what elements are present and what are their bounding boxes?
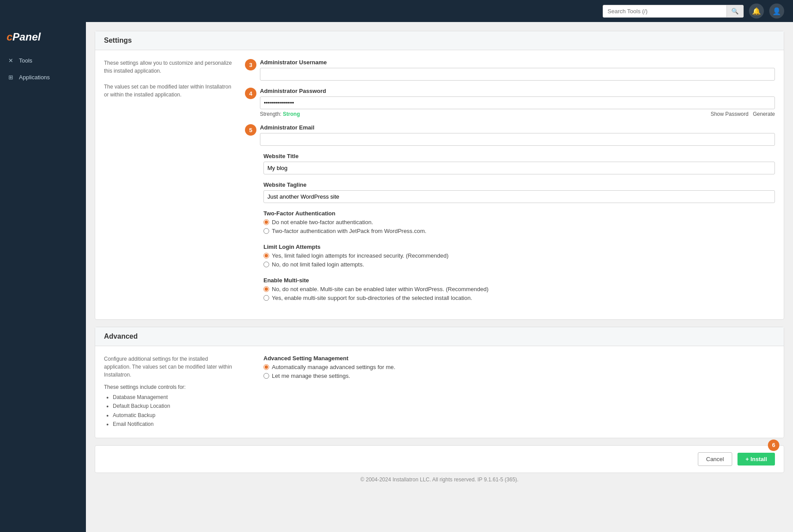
- website-title-input[interactable]: [263, 162, 775, 174]
- multisite-content: Enable Multi-site No, do not enable. Mul…: [263, 277, 775, 303]
- step-badge-4: 4: [245, 88, 256, 99]
- applications-icon: ⊞: [7, 73, 15, 81]
- website-tagline-input[interactable]: [263, 190, 775, 203]
- step-badge-6: 6: [768, 440, 779, 451]
- user-account-button[interactable]: 👤: [769, 4, 784, 18]
- cancel-button[interactable]: Cancel: [698, 452, 732, 466]
- website-tagline-content: Website Tagline: [263, 181, 775, 203]
- search-input[interactable]: [603, 5, 726, 17]
- multisite-label: Enable Multi-site: [263, 277, 775, 284]
- footer-actions: 6 Cancel + Install: [95, 445, 784, 473]
- generate-password-link[interactable]: Generate: [753, 111, 775, 117]
- settings-fields: 3 Administrator Username 4: [245, 59, 775, 310]
- advanced-radio-group: Automatically manage advanced settings f…: [263, 364, 775, 379]
- search-box: 🔍: [603, 5, 744, 18]
- sidebar-item-tools[interactable]: ✕ Tools: [0, 52, 86, 69]
- multisite-group: Enable Multi-site No, do not enable. Mul…: [245, 277, 775, 303]
- sidebar-tools-label: Tools: [19, 57, 32, 64]
- settings-desc2: The values set can be modified later wit…: [104, 83, 236, 99]
- limit-login-group: Limit Login Attempts Yes, limit failed l…: [245, 244, 775, 270]
- list-item-auto-backup: Automatic Backup: [113, 411, 236, 420]
- two-factor-content: Two-Factor Authentication Do not enable …: [263, 210, 775, 236]
- admin-email-group: 5 Administrator Email: [245, 124, 775, 146]
- website-tagline-label: Website Tagline: [263, 181, 775, 188]
- two-factor-option2[interactable]: Two-factor authentication with JetPack f…: [263, 228, 775, 234]
- limit-login-radio-group: Yes, limit failed login attempts for inc…: [263, 252, 775, 268]
- two-factor-option1[interactable]: Do not enable two-factor authentication.: [263, 219, 775, 225]
- settings-body: These settings allow you to customize an…: [95, 50, 784, 319]
- admin-password-field-content: Administrator Password Strength: Strong …: [260, 88, 775, 117]
- limit-login-label: Limit Login Attempts: [263, 244, 775, 250]
- step-badge-5: 5: [245, 124, 256, 136]
- advanced-radio2[interactable]: [263, 373, 269, 379]
- tools-icon: ✕: [7, 56, 15, 64]
- strength-value: Strong: [283, 111, 300, 117]
- admin-password-label: Administrator Password: [260, 88, 775, 94]
- limit-login-radio2[interactable]: [263, 262, 269, 267]
- settings-desc1: These settings allow you to customize an…: [104, 59, 236, 75]
- step-badge-3: 3: [245, 59, 256, 70]
- two-factor-radio1[interactable]: [263, 219, 269, 225]
- settings-header: Settings: [95, 31, 784, 50]
- settings-include-label: These settings include controls for:: [104, 383, 236, 391]
- multisite-radio1[interactable]: [263, 286, 269, 292]
- list-item-email-notif: Email Notification: [113, 420, 236, 429]
- top-header: 🔍 🔔 👤: [0, 0, 793, 22]
- search-container: 🔍: [603, 5, 744, 18]
- two-factor-radio2[interactable]: [263, 228, 269, 234]
- limit-login-option1[interactable]: Yes, limit failed login attempts for inc…: [263, 252, 775, 259]
- password-strength: Strength: Strong: [260, 111, 300, 117]
- advanced-setting-label: Advanced Setting Management: [263, 355, 775, 362]
- password-actions: Strength: Strong Show Password Generate: [260, 111, 775, 117]
- advanced-body: Configure additional settings for the in…: [95, 346, 784, 438]
- admin-email-input[interactable]: [260, 133, 775, 146]
- website-title-label: Website Title: [263, 153, 775, 159]
- admin-username-field-content: Administrator Username: [260, 59, 775, 81]
- admin-password-input[interactable]: [260, 96, 775, 109]
- advanced-option1[interactable]: Automatically manage advanced settings f…: [263, 364, 775, 370]
- show-password-link[interactable]: Show Password: [711, 111, 749, 117]
- advanced-radio1[interactable]: [263, 364, 269, 370]
- website-tagline-group: Website Tagline: [245, 181, 775, 203]
- advanced-setting-group: Advanced Setting Management Automaticall…: [245, 355, 775, 381]
- admin-username-group: 3 Administrator Username: [245, 59, 775, 81]
- advanced-card: Advanced Configure additional settings f…: [95, 327, 784, 438]
- copyright-text: © 2004-2024 Installatron LLC. All rights…: [360, 477, 519, 483]
- advanced-option2[interactable]: Let me manage these settings.: [263, 373, 775, 379]
- advanced-title: Advanced: [104, 332, 775, 340]
- advanced-desc1: Configure additional settings for the in…: [104, 355, 236, 379]
- settings-include: These settings include controls for: Dat…: [104, 383, 236, 429]
- website-title-content: Website Title: [263, 153, 775, 174]
- settings-include-list: Database Management Default Backup Locat…: [104, 393, 236, 429]
- main-layout: cPanel ✕ Tools ⊞ Applications Settings: [0, 22, 793, 532]
- admin-email-label: Administrator Email: [260, 124, 775, 131]
- two-factor-radio-group: Do not enable two-factor authentication.…: [263, 219, 775, 234]
- sidebar-logo: cPanel: [0, 26, 86, 52]
- app-wrapper: 🔍 🔔 👤 cPanel ✕ Tools ⊞ Applications: [0, 0, 793, 532]
- multisite-option1[interactable]: No, do not enable. Multi-site can be ena…: [263, 286, 775, 292]
- sidebar: cPanel ✕ Tools ⊞ Applications: [0, 22, 86, 532]
- admin-username-input[interactable]: [260, 68, 775, 81]
- website-title-group: Website Title: [245, 153, 775, 174]
- logo-panel: Panel: [12, 31, 41, 43]
- multisite-radio2[interactable]: [263, 295, 269, 301]
- advanced-header: Advanced: [95, 327, 784, 346]
- install-button[interactable]: + Install: [737, 453, 775, 466]
- limit-login-option2[interactable]: No, do not limit failed login attempts.: [263, 261, 775, 268]
- limit-login-content: Limit Login Attempts Yes, limit failed l…: [263, 244, 775, 270]
- list-item-backup-loc: Default Backup Location: [113, 402, 236, 410]
- settings-card: Settings These settings allow you to cus…: [95, 31, 784, 320]
- notifications-button[interactable]: 🔔: [749, 4, 764, 18]
- sidebar-item-applications[interactable]: ⊞ Applications: [0, 69, 86, 85]
- content-area: Settings These settings allow you to cus…: [86, 22, 793, 532]
- multisite-option2[interactable]: Yes, enable multi-site support for sub-d…: [263, 295, 775, 301]
- limit-login-radio1[interactable]: [263, 253, 269, 259]
- advanced-setting-content: Advanced Setting Management Automaticall…: [263, 355, 775, 381]
- admin-username-label: Administrator Username: [260, 59, 775, 66]
- logo-c: c: [7, 31, 12, 43]
- admin-email-field-content: Administrator Email: [260, 124, 775, 146]
- list-item-db: Database Management: [113, 393, 236, 402]
- password-links: Show Password Generate: [711, 111, 775, 117]
- search-button[interactable]: 🔍: [726, 5, 743, 17]
- settings-desc: These settings allow you to customize an…: [104, 59, 236, 310]
